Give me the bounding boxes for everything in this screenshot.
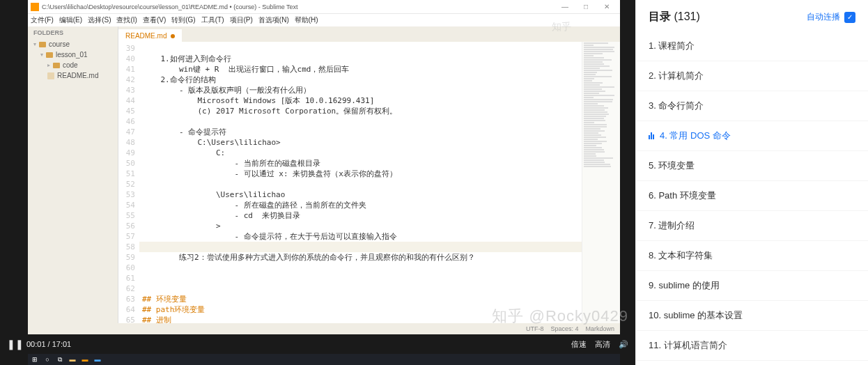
toc-item-label: 3. 命令行简介 bbox=[649, 100, 704, 112]
toc-item[interactable]: 5. 环境变量 bbox=[636, 151, 868, 181]
toc-item-label: 10. sublime 的基本设置 bbox=[649, 309, 743, 322]
code-body[interactable]: 3940414243444546474849505152535455565758… bbox=[118, 42, 620, 323]
menu-item[interactable]: 项目(P) bbox=[230, 15, 253, 25]
autoplay-toggle[interactable]: 自动连播 ✓ bbox=[807, 11, 855, 23]
code-lines[interactable]: 1.如何进入到命令行 win键 + R 出现运行窗口，输入cmd，然后回车 2.… bbox=[139, 42, 620, 323]
toc-title: 目录 (131) bbox=[649, 10, 700, 24]
taskview-icon[interactable]: ⧉ bbox=[56, 355, 64, 364]
toc-item[interactable]: 11. 计算机语言简介 bbox=[636, 331, 868, 361]
item-label: lesson_01 bbox=[56, 51, 88, 59]
volume-icon[interactable]: 🔊 bbox=[619, 340, 628, 349]
modified-dot-icon bbox=[171, 34, 175, 38]
windows-taskbar: ⊞ ○ ⧉ ▬ ▬ ▬ bbox=[28, 354, 620, 365]
menu-item[interactable]: 文件(F) bbox=[31, 15, 54, 25]
watermark-small: 知乎 bbox=[552, 21, 571, 33]
playing-icon bbox=[649, 132, 654, 139]
menu-item[interactable]: 查看(V) bbox=[143, 15, 166, 25]
menu-item[interactable]: 工具(T) bbox=[201, 15, 224, 25]
pause-button[interactable]: ❚❚ bbox=[7, 339, 18, 350]
toc-item-label: 7. 进制介绍 bbox=[649, 219, 695, 232]
toc-item-label: 9. sublime 的使用 bbox=[649, 279, 720, 292]
item-label: README.md bbox=[57, 72, 98, 79]
maximize-button[interactable]: □ bbox=[575, 3, 596, 10]
sidebar: FOLDERS ▾course▾lesson_01▸codeREADME.md bbox=[28, 26, 118, 323]
toc-item-label: 6. Path 环境变量 bbox=[649, 189, 716, 202]
status-syntax[interactable]: Markdown bbox=[585, 325, 614, 332]
toc-item-label: 4. 常用 DOS 命令 bbox=[660, 130, 731, 142]
line-gutter: 3940414243444546474849505152535455565758… bbox=[118, 42, 139, 323]
chevron-icon: ▸ bbox=[47, 62, 50, 68]
toc-item-label: 8. 文本和字符集 bbox=[649, 249, 713, 262]
tab-bar: README.md bbox=[118, 26, 620, 42]
status-spaces[interactable]: Spaces: 4 bbox=[550, 325, 578, 332]
file-icon bbox=[47, 72, 54, 79]
toc-item[interactable]: 3. 命令行简介 bbox=[636, 91, 868, 121]
status-encoding[interactable]: UTF-8 bbox=[526, 325, 544, 332]
start-icon[interactable]: ⊞ bbox=[31, 355, 39, 364]
menu-item[interactable]: 编辑(E) bbox=[59, 15, 82, 25]
app-task-icon-2[interactable]: ▬ bbox=[93, 355, 102, 364]
toc-item[interactable]: 10. sublime 的基本设置 bbox=[636, 301, 868, 331]
status-bar: UTF-8 Spaces: 4 Markdown bbox=[28, 323, 620, 334]
toc-item[interactable]: 2. 计算机简介 bbox=[636, 61, 868, 91]
app-icon bbox=[31, 3, 39, 11]
menu-item[interactable]: 首选项(N) bbox=[258, 15, 289, 25]
folder-item[interactable]: ▾lesson_01 bbox=[28, 49, 118, 60]
menu-item[interactable]: 转到(G) bbox=[171, 15, 195, 25]
tab-label: README.md bbox=[125, 32, 166, 40]
minimize-button[interactable]: — bbox=[555, 3, 575, 10]
toc-item[interactable]: 8. 文本和字符集 bbox=[636, 241, 868, 271]
toc-item-label: 5. 环境变量 bbox=[649, 160, 695, 172]
item-label: course bbox=[49, 40, 70, 48]
app-task-icon[interactable]: ▬ bbox=[81, 355, 89, 364]
toc-item[interactable]: 9. sublime 的使用 bbox=[636, 271, 868, 301]
toc-list[interactable]: 1. 课程简介2. 计算机简介3. 命令行简介4. 常用 DOS 命令5. 环境… bbox=[636, 31, 868, 365]
check-icon: ✓ bbox=[844, 12, 855, 23]
folder-icon bbox=[53, 63, 60, 68]
window-titlebar: C:\Users\lilichao\Desktop\resource\cours… bbox=[28, 0, 620, 14]
toc-item-label: 2. 计算机简介 bbox=[649, 70, 704, 82]
cortana-icon[interactable]: ○ bbox=[43, 355, 52, 364]
folder-icon bbox=[46, 52, 53, 58]
explorer-icon[interactable]: ▬ bbox=[68, 355, 77, 364]
menu-item[interactable]: 选择(S) bbox=[88, 15, 111, 25]
quality-button[interactable]: 高清 bbox=[595, 339, 610, 350]
toc-panel: 目录 (131) 自动连播 ✓ 1. 课程简介2. 计算机简介3. 命令行简介4… bbox=[635, 0, 868, 365]
folder-item[interactable]: ▸code bbox=[28, 60, 118, 70]
video-player-bar: ❚❚ 00:01 / 17:01 倍速 高清 🔊 bbox=[0, 334, 635, 354]
video-area: C:\Users\lilichao\Desktop\resource\cours… bbox=[0, 0, 635, 365]
toc-header: 目录 (131) 自动连播 ✓ bbox=[636, 0, 868, 31]
sidebar-header: FOLDERS bbox=[28, 26, 118, 39]
window-title: C:\Users\lilichao\Desktop\resource\cours… bbox=[42, 3, 298, 10]
toc-item-label: 1. 课程简介 bbox=[649, 40, 695, 52]
toc-item[interactable]: 7. 进制介绍 bbox=[636, 211, 868, 241]
item-label: code bbox=[63, 61, 78, 69]
toc-item[interactable]: 6. Path 环境变量 bbox=[636, 181, 868, 211]
toc-item[interactable]: 4. 常用 DOS 命令 bbox=[636, 121, 868, 151]
file-item[interactable]: README.md bbox=[28, 70, 118, 81]
speed-button[interactable]: 倍速 bbox=[571, 339, 587, 350]
chevron-icon: ▾ bbox=[40, 52, 43, 58]
close-button[interactable]: ✕ bbox=[596, 3, 617, 10]
menu-item[interactable]: 查找(I) bbox=[116, 15, 137, 25]
folder-item[interactable]: ▾course bbox=[28, 39, 118, 49]
toc-item[interactable]: 1. 课程简介 bbox=[636, 31, 868, 61]
menu-item[interactable]: 帮助(H) bbox=[295, 15, 318, 25]
tab-readme[interactable]: README.md bbox=[118, 29, 182, 42]
code-area: README.md 394041424344454647484950515253… bbox=[118, 26, 620, 323]
sublime-window: C:\Users\lilichao\Desktop\resource\cours… bbox=[28, 0, 620, 334]
toc-item-label: 11. 计算机语言简介 bbox=[649, 339, 727, 352]
menu-bar: 文件(F)编辑(E)选择(S)查找(I)查看(V)转到(G)工具(T)项目(P)… bbox=[28, 14, 620, 26]
player-time: 00:01 / 17:01 bbox=[26, 340, 71, 348]
folder-icon bbox=[39, 42, 46, 47]
chevron-icon: ▾ bbox=[33, 41, 36, 47]
minimap[interactable] bbox=[582, 42, 620, 323]
